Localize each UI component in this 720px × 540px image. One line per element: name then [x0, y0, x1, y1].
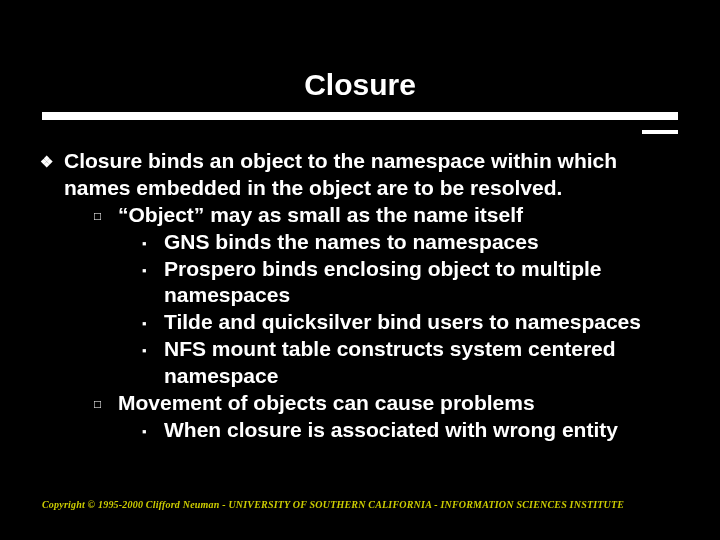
hollow-square-bullet-icon: □ [94, 209, 118, 224]
bullet-level2: □“Object” may as small as the name itsel… [40, 202, 680, 229]
bullet-level3: ▪NFS mount table constructs system cente… [40, 336, 680, 390]
hollow-square-bullet-icon: □ [94, 397, 118, 412]
bullet-level3: ▪GNS binds the names to namespaces [40, 229, 680, 256]
text-line: Movement of objects can cause problems [118, 391, 535, 414]
bullet-level1: ❖Closure binds an object to the namespac… [40, 148, 680, 202]
text-line: When closure is associated with wrong en… [164, 418, 618, 441]
text-line: Closure binds an object to the namespace… [64, 149, 617, 199]
text-line: “Object” may as small as the name itself [118, 203, 523, 226]
text-line: GNS binds the names to namespaces [164, 230, 539, 253]
copyright-footer: Copyright © 1995-2000 Clifford Neuman - … [42, 499, 624, 510]
title-area: Closure [0, 0, 720, 120]
bullet-level2: □Movement of objects can cause problems [40, 390, 680, 417]
slide-title: Closure [304, 68, 416, 108]
title-underline [42, 112, 678, 120]
filled-square-bullet-icon: ▪ [142, 343, 164, 360]
filled-square-bullet-icon: ▪ [142, 316, 164, 333]
underline-main [42, 112, 678, 120]
underline-stub [642, 130, 678, 134]
text-line: Prospero binds enclosing object to multi… [164, 257, 602, 307]
diamond-bullet-icon: ❖ [40, 152, 64, 171]
text-line: NFS mount table constructs system center… [164, 337, 616, 387]
text-line: Tilde and quicksilver bind users to name… [164, 310, 641, 333]
filled-square-bullet-icon: ▪ [142, 424, 164, 441]
bullet-level3: ▪Tilde and quicksilver bind users to nam… [40, 309, 680, 336]
bullet-level3: ▪When closure is associated with wrong e… [40, 417, 680, 444]
filled-square-bullet-icon: ▪ [142, 236, 164, 253]
slide-body: ❖Closure binds an object to the namespac… [0, 120, 720, 444]
slide: Closure ❖Closure binds an object to the … [0, 0, 720, 540]
bullet-level3: ▪Prospero binds enclosing object to mult… [40, 256, 680, 310]
filled-square-bullet-icon: ▪ [142, 263, 164, 280]
